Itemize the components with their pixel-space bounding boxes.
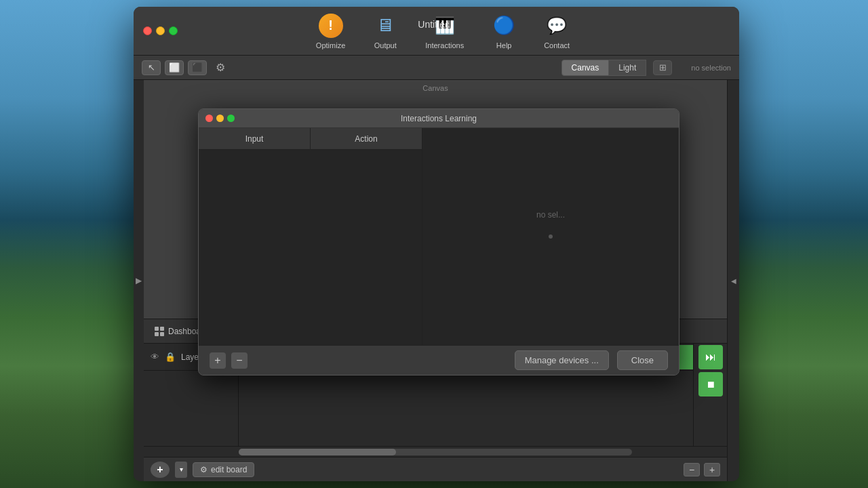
add-button[interactable]: +	[151, 462, 170, 478]
camera-tool-button[interactable]: ⬛	[188, 60, 207, 75]
secondary-toolbar: ↖ ⬜ ⬛ ⚙ Canvas Light ⊞ no selection	[134, 56, 739, 80]
contact-label: Contact	[544, 41, 570, 49]
optimize-icon: !	[319, 14, 343, 38]
stop-button[interactable]: ⏹	[698, 372, 723, 396]
no-selection-text: no sel...	[536, 210, 565, 220]
settings-button[interactable]: ⚙	[211, 60, 230, 75]
modal-bottom-bar: + − Manage devices ... Close	[199, 345, 679, 375]
right-sidebar-arrow-icon: ◀	[731, 277, 736, 285]
left-sidebar: ▶	[134, 80, 144, 481]
modal-body: Input Action no sel...	[199, 128, 679, 345]
layer-lock-icon[interactable]: 🔒	[165, 352, 176, 362]
modal-remove-button[interactable]: −	[231, 352, 248, 369]
modal-right-panel: no sel...	[422, 128, 679, 345]
contact-icon: 💬	[547, 16, 567, 35]
interactions-learning-dialog: Interactions Learning Input Action no se…	[198, 108, 679, 375]
grid-view-button[interactable]: ⊞	[653, 60, 672, 75]
help-icon: 🔵	[493, 15, 515, 36]
light-view-tab[interactable]: Light	[609, 60, 646, 76]
traffic-lights	[134, 26, 187, 35]
interactions-button[interactable]: 🎹 Interactions	[425, 13, 464, 49]
modal-close-dialog-button[interactable]: Close	[617, 350, 668, 370]
right-sidebar-toggle[interactable]: ◀	[727, 80, 739, 481]
timeline-right-controls: ⏭ ⏹	[693, 344, 727, 446]
modal-traffic-lights	[205, 115, 235, 122]
canvas-view-tab[interactable]: Canvas	[561, 60, 610, 76]
optimize-button[interactable]: ! Optimize	[316, 13, 345, 49]
optimize-label: Optimize	[316, 41, 345, 49]
dashboard-icon	[155, 327, 164, 336]
no-selection-label: no selection	[691, 64, 731, 72]
scrollbar-track	[239, 449, 632, 455]
modal-tabs: Input Action	[199, 128, 422, 150]
view-tabs: Canvas Light	[561, 60, 647, 76]
footer-right-controls: − +	[684, 463, 720, 476]
zoom-in-button[interactable]: +	[704, 463, 720, 476]
canvas-area-label: Canvas	[422, 84, 448, 92]
interactions-label: Interactions	[425, 41, 464, 49]
output-label: Output	[374, 41, 397, 49]
manage-devices-button[interactable]: Manage devices ...	[515, 350, 609, 370]
title-bar: ! Optimize 🖥 Output 🎹 Interactions	[134, 7, 739, 56]
maximize-button[interactable]	[169, 26, 178, 35]
modal-add-button[interactable]: +	[210, 352, 226, 369]
modal-title: Interactions Learning	[401, 114, 477, 123]
play-forward-icon: ⏭	[705, 351, 716, 363]
help-label: Help	[496, 41, 512, 49]
frame-tool-button[interactable]: ⬜	[165, 60, 184, 75]
modal-minimize-button[interactable]	[216, 115, 224, 122]
edit-board-label: edit board	[211, 465, 247, 474]
gear-icon: ⚙	[200, 465, 208, 474]
minimize-button[interactable]	[156, 26, 165, 35]
select-tool-button[interactable]: ↖	[142, 60, 161, 75]
interactions-icon: 🎹	[435, 16, 455, 35]
contact-button[interactable]: 💬 Contact	[544, 13, 570, 49]
play-forward-button[interactable]: ⏭	[698, 345, 723, 369]
add-icon: +	[157, 464, 163, 476]
scrollbar-area	[144, 446, 727, 457]
add-dropdown-button[interactable]: ▾	[175, 462, 187, 478]
modal-title-bar: Interactions Learning	[199, 109, 679, 128]
sidebar-toggle-icon[interactable]: ▶	[136, 276, 142, 285]
stop-icon: ⏹	[706, 379, 715, 390]
layer-visibility-icon[interactable]: 👁	[151, 352, 159, 362]
output-button[interactable]: 🖥 Output	[372, 13, 398, 49]
output-icon: 🖥	[376, 15, 394, 36]
help-button[interactable]: 🔵 Help	[491, 13, 517, 49]
edit-board-button[interactable]: ⚙ edit board	[193, 462, 254, 477]
modal-maximize-button[interactable]	[227, 115, 235, 122]
scrollbar-thumb[interactable]	[239, 449, 396, 455]
modal-left-panel: Input Action	[199, 128, 422, 345]
bottom-footer: + ▾ ⚙ edit board − +	[144, 457, 727, 481]
toolbar-icons: ! Optimize 🖥 Output 🎹 Interactions	[187, 13, 698, 49]
modal-input-content	[199, 150, 422, 345]
close-button[interactable]	[143, 26, 152, 35]
dropdown-icon: ▾	[180, 466, 183, 473]
input-tab[interactable]: Input	[199, 128, 311, 149]
app-window: ! Optimize 🖥 Output 🎹 Interactions	[134, 7, 739, 481]
zoom-out-button[interactable]: −	[684, 463, 700, 476]
modal-close-button[interactable]	[205, 115, 213, 122]
center-dot	[549, 235, 553, 239]
action-tab[interactable]: Action	[311, 128, 422, 149]
